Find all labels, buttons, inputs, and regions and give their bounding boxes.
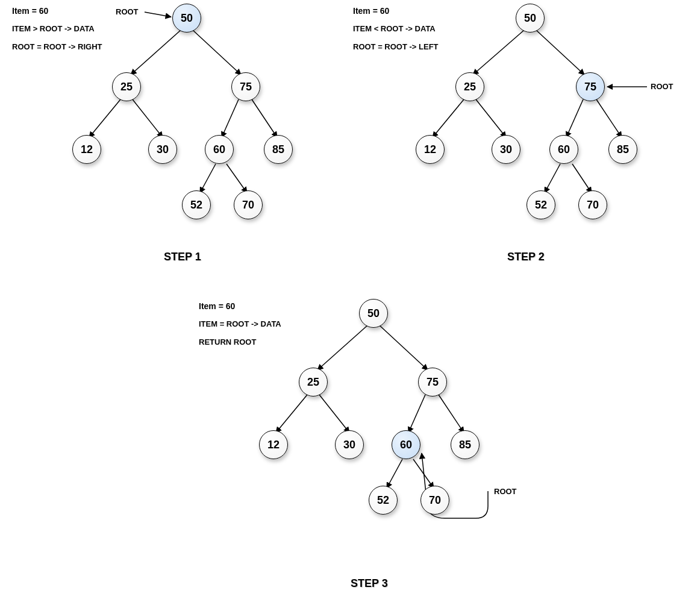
root-pointer-label: ROOT xyxy=(116,7,139,16)
svg-line-22 xyxy=(408,395,425,433)
action-label: ROOT = ROOT -> RIGHT xyxy=(12,42,102,51)
svg-line-13 xyxy=(566,99,583,137)
svg-line-5 xyxy=(252,99,277,137)
node-85: 85 xyxy=(608,135,637,164)
svg-line-9 xyxy=(473,30,524,75)
svg-line-23 xyxy=(439,395,464,433)
step-3-panel: Item = 60 ITEM = ROOT -> DATA RETURN ROO… xyxy=(181,295,542,597)
node-50: 50 xyxy=(172,4,201,33)
svg-line-25 xyxy=(413,459,434,488)
node-50: 50 xyxy=(516,4,545,33)
item-label: Item = 60 xyxy=(353,6,389,16)
svg-line-6 xyxy=(200,164,216,193)
svg-line-8 xyxy=(145,12,171,17)
svg-line-0 xyxy=(131,30,181,75)
node-60: 60 xyxy=(392,430,420,459)
node-75: 75 xyxy=(231,72,260,101)
node-70: 70 xyxy=(234,190,263,219)
step-1-panel: Item = 60 ITEM > ROOT -> DATA ROOT = ROO… xyxy=(0,0,337,265)
node-52: 52 xyxy=(369,486,398,515)
svg-line-18 xyxy=(317,325,367,370)
node-70: 70 xyxy=(578,190,607,219)
item-label: Item = 60 xyxy=(12,6,48,16)
svg-line-20 xyxy=(276,395,307,433)
node-85: 85 xyxy=(451,430,480,459)
node-52: 52 xyxy=(527,190,555,219)
node-75: 75 xyxy=(576,72,605,101)
step-2-panel: Item = 60 ITEM < ROOT -> DATA ROOT = ROO… xyxy=(349,0,699,265)
svg-line-2 xyxy=(89,99,120,137)
node-85: 85 xyxy=(264,135,293,164)
compare-label: ITEM < ROOT -> DATA xyxy=(353,24,436,33)
svg-line-10 xyxy=(536,30,584,75)
svg-line-11 xyxy=(433,99,464,137)
svg-line-4 xyxy=(222,99,239,137)
node-12: 12 xyxy=(72,135,101,164)
action-label: RETURN ROOT xyxy=(199,337,256,346)
step-3-title: STEP 3 xyxy=(351,577,388,590)
node-70: 70 xyxy=(420,486,449,515)
node-60: 60 xyxy=(205,135,234,164)
node-12: 12 xyxy=(416,135,445,164)
svg-line-24 xyxy=(387,459,402,488)
svg-line-7 xyxy=(227,164,247,193)
compare-label: ITEM > ROOT -> DATA xyxy=(12,24,95,33)
svg-line-15 xyxy=(545,164,560,193)
node-25: 25 xyxy=(299,368,328,397)
svg-line-1 xyxy=(193,30,241,75)
svg-line-19 xyxy=(380,325,428,370)
root-pointer-label: ROOT xyxy=(494,487,517,496)
item-label: Item = 60 xyxy=(199,301,235,311)
svg-line-14 xyxy=(596,99,622,137)
compare-label: ITEM = ROOT -> DATA xyxy=(199,319,281,328)
node-12: 12 xyxy=(259,430,288,459)
step-1-title: STEP 1 xyxy=(164,251,201,263)
node-30: 30 xyxy=(148,135,177,164)
svg-line-3 xyxy=(133,99,163,137)
svg-line-12 xyxy=(476,99,506,137)
svg-line-16 xyxy=(572,164,592,193)
node-60: 60 xyxy=(549,135,578,164)
action-label: ROOT = ROOT -> LEFT xyxy=(353,42,439,51)
node-30: 30 xyxy=(335,430,364,459)
root-pointer-label: ROOT xyxy=(651,82,673,91)
node-25: 25 xyxy=(112,72,141,101)
node-75: 75 xyxy=(418,368,447,397)
node-25: 25 xyxy=(455,72,484,101)
node-50: 50 xyxy=(359,299,388,328)
node-30: 30 xyxy=(492,135,520,164)
step-2-title: STEP 2 xyxy=(507,251,545,263)
svg-line-21 xyxy=(319,395,349,433)
node-52: 52 xyxy=(182,190,211,219)
